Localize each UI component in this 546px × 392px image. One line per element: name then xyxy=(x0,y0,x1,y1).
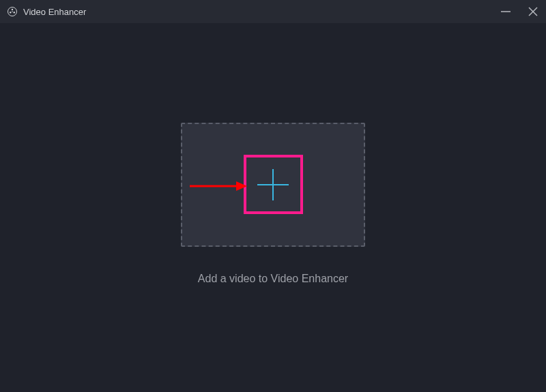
svg-point-2 xyxy=(10,12,11,13)
plus-icon xyxy=(255,166,291,203)
add-video-dropzone[interactable] xyxy=(181,123,365,247)
app-title: Video Enhancer xyxy=(23,7,86,17)
window-controls xyxy=(498,0,541,23)
svg-point-1 xyxy=(12,9,13,10)
minimize-button[interactable] xyxy=(498,4,513,19)
close-icon xyxy=(527,5,539,18)
main-content: Add a video to Video Enhancer xyxy=(0,23,546,392)
minimize-icon xyxy=(500,5,512,18)
app-icon xyxy=(7,6,18,17)
instruction-text: Add a video to Video Enhancer xyxy=(0,273,546,285)
svg-point-3 xyxy=(14,12,15,13)
titlebar: Video Enhancer xyxy=(0,0,546,23)
svg-point-4 xyxy=(12,11,13,12)
close-button[interactable] xyxy=(526,4,541,19)
